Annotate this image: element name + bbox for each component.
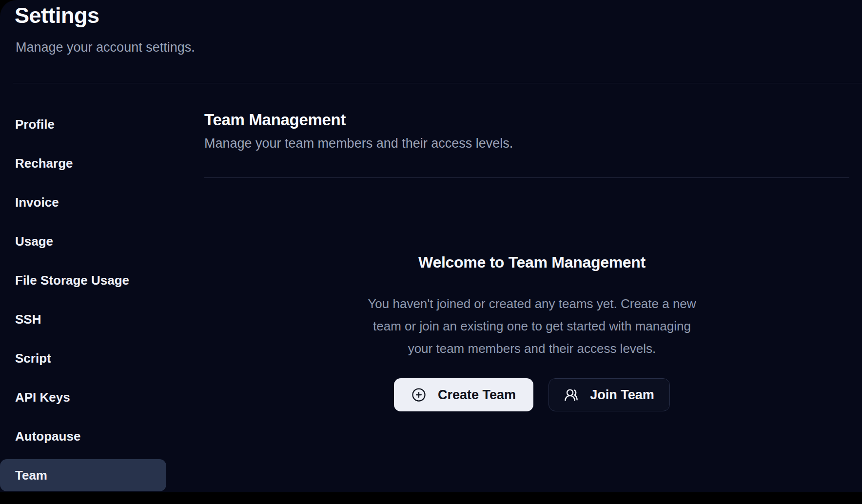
- sidebar-item-api-keys[interactable]: API Keys: [0, 381, 166, 413]
- sidebar-item-recharge[interactable]: Recharge: [0, 147, 166, 179]
- page-subtitle: Manage your account settings.: [16, 39, 195, 56]
- sidebar-item-invoice[interactable]: Invoice: [0, 186, 166, 218]
- page-title: Settings: [15, 2, 195, 29]
- team-empty-state: Welcome to Team Management You haven't j…: [204, 252, 860, 411]
- sidebar-item-file-storage-usage[interactable]: File Storage Usage: [0, 264, 166, 296]
- page-header: Settings Manage your account settings.: [15, 2, 195, 56]
- header-divider: [13, 83, 862, 83]
- settings-sidebar: ProfileRechargeInvoiceUsageFile Storage …: [0, 108, 166, 498]
- empty-state-title: Welcome to Team Management: [418, 252, 646, 272]
- users-icon: [564, 388, 578, 402]
- create-team-button[interactable]: Create Team: [394, 378, 533, 411]
- join-team-button[interactable]: Join Team: [549, 378, 670, 411]
- sidebar-item-team[interactable]: Team: [0, 459, 166, 491]
- description-line: team or join an existing one to get star…: [368, 315, 696, 337]
- sidebar-item-autopause[interactable]: Autopause: [0, 420, 166, 452]
- description-line: your team members and their access level…: [368, 337, 696, 360]
- empty-state-actions: Create Team Join Team: [394, 378, 670, 411]
- section-divider: [204, 177, 849, 178]
- sidebar-item-usage[interactable]: Usage: [0, 225, 166, 257]
- description-line: You haven't joined or created any teams …: [368, 292, 696, 315]
- circle-plus-icon: [411, 388, 426, 402]
- settings-page: Settings Manage your account settings. P…: [0, 0, 862, 492]
- section-title: Team Management: [204, 110, 513, 130]
- section-subtitle: Manage your team members and their acces…: [204, 136, 513, 152]
- join-team-label: Join Team: [590, 388, 654, 403]
- create-team-label: Create Team: [438, 388, 516, 403]
- sidebar-item-profile[interactable]: Profile: [0, 108, 166, 140]
- sidebar-item-ssh[interactable]: SSH: [0, 303, 166, 335]
- team-section-header: Team Management Manage your team members…: [204, 110, 513, 152]
- sidebar-item-script[interactable]: Script: [0, 342, 166, 374]
- empty-state-description: You haven't joined or created any teams …: [368, 292, 696, 360]
